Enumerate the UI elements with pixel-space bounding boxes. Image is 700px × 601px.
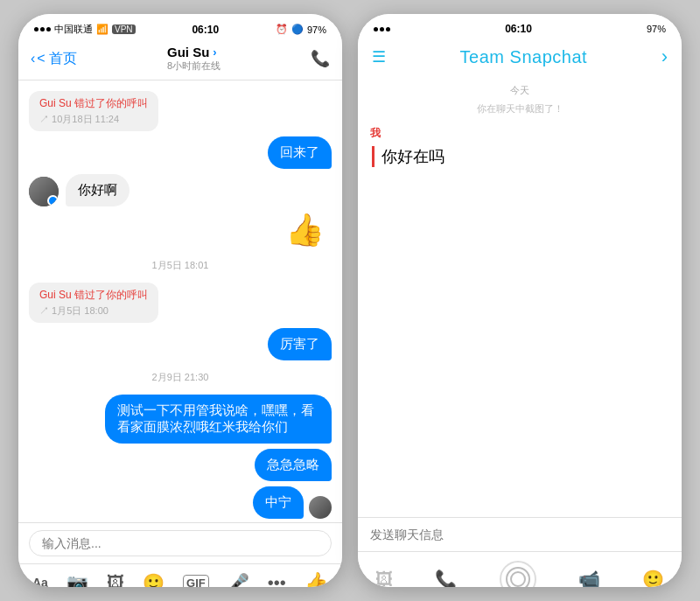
- snap-message: 你好在吗: [372, 146, 669, 167]
- outgoing-bubble-4: 急急急略: [255, 449, 332, 481]
- status-bar-left-2: [374, 27, 390, 31]
- input-area-1: [18, 522, 342, 563]
- outgoing-bubble-3: 测试一下不用管我说啥，嘿嘿，看看家面膜浓烈哦红米我给你们: [105, 395, 332, 444]
- snap-camera-circle[interactable]: [500, 561, 536, 587]
- snap-label-wo: 我: [370, 126, 669, 141]
- snapchat-header: ☰ Team Snapchat ›: [358, 38, 682, 77]
- back-label[interactable]: < 首页: [37, 50, 77, 68]
- status-time-1: 06:10: [192, 24, 219, 36]
- outgoing-row-last: 中宁: [29, 486, 332, 519]
- messenger-header: ‹ < 首页 Gui Su › 8小时前在线 📞: [18, 39, 342, 80]
- signal-dots-2: [374, 27, 390, 31]
- more-toolbar-icon[interactable]: •••: [268, 573, 286, 588]
- vpn-badge: VPN: [112, 24, 136, 34]
- back-chevron: ‹: [31, 51, 35, 66]
- bluetooth-icon: 🔵: [291, 24, 304, 35]
- battery-text: 97%: [307, 24, 326, 35]
- outgoing-bubble-2: 厉害了: [268, 328, 332, 360]
- snap-message-input[interactable]: [370, 528, 669, 542]
- snap-title: Team Snapchat: [460, 47, 587, 67]
- carrier-text: 中国联通: [54, 23, 93, 36]
- timestamp-1: 1月5日 18:01: [29, 259, 332, 272]
- header-center: Gui Su › 8小时前在线: [167, 45, 220, 73]
- snap-shutter-dot: [510, 571, 526, 587]
- system-msg-2: Gui Su 错过了你的呼叫 ↗ 1月5日 18:00: [29, 283, 158, 323]
- system-msg-1: Gui Su 错过了你的呼叫 ↗ 10月18日 11:24: [29, 91, 158, 131]
- status-bar-1: 中国联通 📶 VPN 06:10 ⏰ 🔵 97%: [18, 14, 342, 39]
- snap-image-icon[interactable]: 🖼: [375, 570, 393, 588]
- signal-dots: [34, 27, 51, 31]
- phone-2: 06:10 97% ☰ Team Snapchat › 今天 你在聊天中截图了！…: [358, 14, 682, 587]
- sent-avatar: [309, 496, 332, 519]
- alarm-icon: ⏰: [276, 24, 288, 35]
- snap-bottom-toolbar: 🖼 📞 📹 🙂: [358, 551, 682, 587]
- menu-icon[interactable]: ☰: [372, 47, 386, 66]
- message-input-1[interactable]: [29, 530, 332, 556]
- chat-area-1: Gui Su 错过了你的呼叫 ↗ 10月18日 11:24 回来了 你好啊 👍 …: [18, 80, 342, 522]
- outgoing-bubble-1: 回来了: [268, 136, 332, 169]
- back-button[interactable]: ‹ < 首页: [31, 50, 77, 68]
- snap-emoji-icon[interactable]: 🙂: [642, 569, 664, 587]
- incoming-row-1: 你好啊: [29, 174, 332, 206]
- timestamp-2: 2月9日 21:30: [29, 371, 332, 384]
- snap-date-header: 今天: [370, 84, 669, 97]
- snap-phone-icon[interactable]: 📞: [435, 569, 457, 587]
- snap-system-text: 你在聊天中截图了！: [370, 102, 669, 115]
- status-time-2: 06:10: [505, 23, 532, 35]
- mic-toolbar-icon[interactable]: 🎤: [228, 572, 249, 587]
- status-bar-2: 06:10 97%: [358, 14, 682, 38]
- snap-video-icon[interactable]: 📹: [578, 569, 600, 587]
- battery-text-2: 97%: [647, 24, 666, 34]
- incoming-bubble-1: 你好啊: [66, 174, 130, 206]
- thumbs-up-reaction: 👍: [285, 212, 325, 248]
- phone-1: 中国联通 📶 VPN 06:10 ⏰ 🔵 97% ‹ < 首页 Gui Su ›: [18, 14, 342, 587]
- status-bar-left: 中国联通 📶 VPN: [34, 23, 136, 36]
- avatar-badge: [47, 195, 59, 206]
- snap-arrow-icon[interactable]: ›: [662, 45, 668, 68]
- name-chevron: ›: [213, 45, 216, 59]
- phones-container: 中国联通 📶 VPN 06:10 ⏰ 🔵 97% ‹ < 首页 Gui Su ›: [18, 14, 682, 587]
- bottom-toolbar-1: Aa 📷 🖼 🙂 GIF 🎤 ••• 👍: [18, 563, 342, 587]
- outgoing-bubble-5: 中宁: [253, 486, 304, 519]
- emoji-toolbar-icon[interactable]: 🙂: [143, 572, 164, 587]
- snap-chat-area: 今天 你在聊天中截图了！ 我 你好在吗: [358, 77, 682, 517]
- snap-shutter-inner: [506, 567, 530, 587]
- thumbsup-toolbar-icon[interactable]: 👍: [304, 571, 328, 587]
- image-toolbar-icon[interactable]: 🖼: [107, 573, 124, 588]
- wifi-icon: 📶: [96, 24, 108, 35]
- aa-button[interactable]: Aa: [32, 576, 48, 587]
- camera-toolbar-icon[interactable]: 📷: [66, 572, 88, 587]
- status-bar-right-2: 97%: [647, 24, 666, 34]
- contact-status: 8小时前在线: [167, 59, 220, 73]
- call-button[interactable]: 📞: [311, 49, 330, 68]
- snap-input-row: [358, 517, 682, 551]
- status-bar-right-1: ⏰ 🔵 97%: [276, 24, 326, 35]
- gif-toolbar-icon[interactable]: GIF: [183, 575, 209, 588]
- avatar-1: [29, 177, 59, 206]
- contact-name[interactable]: Gui Su ›: [167, 45, 220, 59]
